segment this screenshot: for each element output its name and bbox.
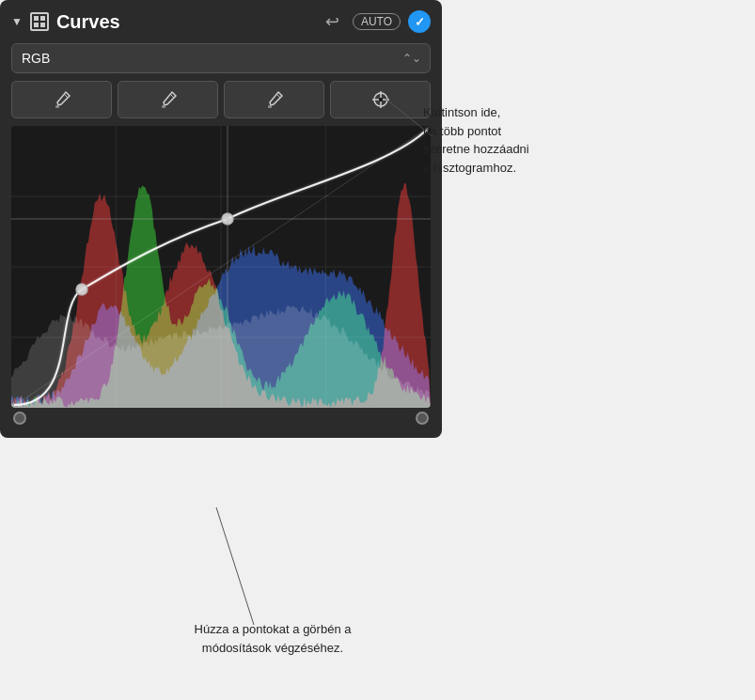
- histogram-area[interactable]: [11, 126, 431, 408]
- black-point-eyedropper-button[interactable]: [11, 81, 112, 118]
- confirm-button[interactable]: [408, 10, 431, 33]
- gray-point-eyedropper-button[interactable]: [118, 81, 218, 118]
- eyedropper-2-icon: [158, 89, 179, 110]
- grid-icon: [30, 12, 49, 31]
- annotation-bottom-line2: módosítások végzéséhez.: [202, 641, 343, 655]
- add-point-button[interactable]: [330, 81, 431, 118]
- white-point-eyedropper-button[interactable]: [224, 81, 324, 118]
- tools-row: [11, 81, 431, 118]
- svg-line-0: [64, 94, 68, 98]
- left-handle[interactable]: [13, 412, 26, 425]
- bottom-handles: [11, 408, 431, 425]
- histogram-canvas: [11, 126, 431, 408]
- auto-button[interactable]: AUTO: [353, 13, 401, 30]
- annotation-right: Kattintson ide, ha több pontot szeretne …: [423, 103, 611, 177]
- channel-select-row: RGB Red Green Blue Luminance ⌃⌄: [11, 43, 431, 73]
- curves-panel: ▼ Curves ↩ AUTO RGB Red Green Blue Lumin…: [0, 0, 442, 438]
- annotation-bottom: Húzza a pontokat a görbén a módosítások …: [160, 620, 385, 657]
- annotation-right-line2: ha több pontot: [423, 124, 501, 138]
- panel-header: ▼ Curves ↩ AUTO: [11, 9, 431, 34]
- eyedropper-1-icon: [52, 89, 72, 110]
- channel-select[interactable]: RGB Red Green Blue Luminance: [11, 43, 431, 73]
- crosshair-icon: [370, 89, 391, 110]
- channel-select-wrapper: RGB Red Green Blue Luminance ⌃⌄: [11, 43, 431, 73]
- undo-button[interactable]: ↩: [320, 9, 345, 34]
- eyedropper-3-icon: [264, 89, 285, 110]
- svg-rect-5: [268, 105, 272, 108]
- svg-line-4: [276, 94, 280, 98]
- svg-line-12: [216, 507, 254, 625]
- panel-title: Curves: [56, 11, 312, 33]
- annotation-bottom-line1: Húzza a pontokat a görbén a: [195, 622, 352, 636]
- svg-rect-3: [162, 105, 165, 108]
- svg-rect-1: [55, 105, 59, 108]
- annotation-right-line4: a hisztogramhoz.: [423, 161, 516, 175]
- svg-line-2: [170, 94, 174, 98]
- right-handle[interactable]: [416, 412, 429, 425]
- annotation-right-line3: szeretne hozzáadni: [423, 142, 529, 156]
- collapse-arrow[interactable]: ▼: [11, 15, 23, 28]
- annotation-right-line1: Kattintson ide,: [423, 105, 500, 119]
